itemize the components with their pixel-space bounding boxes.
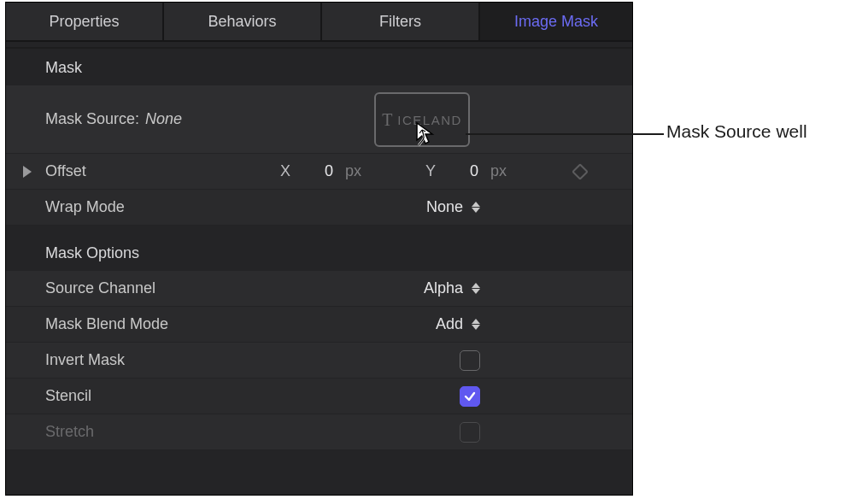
invert-mask-checkbox[interactable] <box>460 350 480 371</box>
wrap-mode-value: None <box>426 198 463 216</box>
tab-properties[interactable]: Properties <box>6 3 164 40</box>
stencil-label: Stencil <box>45 387 216 405</box>
stretch-label: Stretch <box>45 423 216 441</box>
inspector-panel: Properties Behaviors Filters Image Mask … <box>5 2 633 496</box>
offset-y-value: 0 <box>455 162 478 180</box>
select-arrows-icon <box>472 283 480 294</box>
tab-image-mask[interactable]: Image Mask <box>480 3 632 40</box>
wrap-mode-label: Wrap Mode <box>45 198 216 216</box>
stencil-checkbox[interactable] <box>460 386 480 407</box>
tab-behaviors[interactable]: Behaviors <box>164 3 322 40</box>
offset-y-label: Y <box>425 162 436 180</box>
blend-mode-row: Mask Blend Mode Add <box>6 307 632 343</box>
stencil-row: Stencil <box>6 379 632 414</box>
wrap-mode-row: Wrap Mode None <box>6 190 632 226</box>
source-channel-value: Alpha <box>424 279 463 297</box>
source-channel-label: Source Channel <box>45 279 216 297</box>
offset-label: Offset <box>45 162 216 180</box>
mask-options-header: Mask Options <box>6 234 632 271</box>
source-channel-row: Source Channel Alpha <box>6 271 632 307</box>
offset-x-field[interactable]: X 0 px <box>216 162 361 180</box>
select-arrows-icon <box>472 319 480 330</box>
source-channel-select[interactable]: Alpha <box>216 279 617 297</box>
offset-x-value: 0 <box>309 162 333 180</box>
offset-x-unit: px <box>345 162 361 180</box>
text-layer-icon: T <box>382 110 392 130</box>
mask-source-label: Mask Source: <box>45 110 139 128</box>
mask-source-value: None <box>145 110 182 128</box>
wrap-mode-select[interactable]: None <box>216 198 617 216</box>
offset-row: Offset X 0 px Y 0 px <box>6 154 632 190</box>
mask-source-well[interactable]: T ICELAND <box>374 92 470 147</box>
blend-mode-value: Add <box>436 315 463 333</box>
invert-mask-label: Invert Mask <box>45 351 216 369</box>
mask-source-row: Mask Source: None T ICELAND <box>6 85 632 154</box>
offset-y-field[interactable]: Y 0 px <box>361 162 507 180</box>
stretch-row: Stretch <box>6 414 632 450</box>
stretch-checkbox <box>460 422 480 443</box>
mask-section: Mask Mask Source: None T ICELAND Offset <box>6 49 632 226</box>
blend-mode-select[interactable]: Add <box>216 315 617 333</box>
mask-options-section: Mask Options Source Channel Alpha Mask B… <box>6 234 632 450</box>
blend-mode-label: Mask Blend Mode <box>45 315 216 333</box>
tab-filters[interactable]: Filters <box>322 3 480 40</box>
inspector-tabs: Properties Behaviors Filters Image Mask <box>6 3 632 42</box>
offset-x-label: X <box>280 162 290 180</box>
offset-disclosure-icon[interactable] <box>23 166 32 178</box>
offset-y-unit: px <box>490 162 507 180</box>
mask-source-well-content: ICELAND <box>397 113 462 127</box>
select-arrows-icon <box>472 202 480 213</box>
mask-section-header: Mask <box>6 49 632 85</box>
invert-mask-row: Invert Mask <box>6 343 632 379</box>
callout-label: Mask Source well <box>666 121 807 142</box>
